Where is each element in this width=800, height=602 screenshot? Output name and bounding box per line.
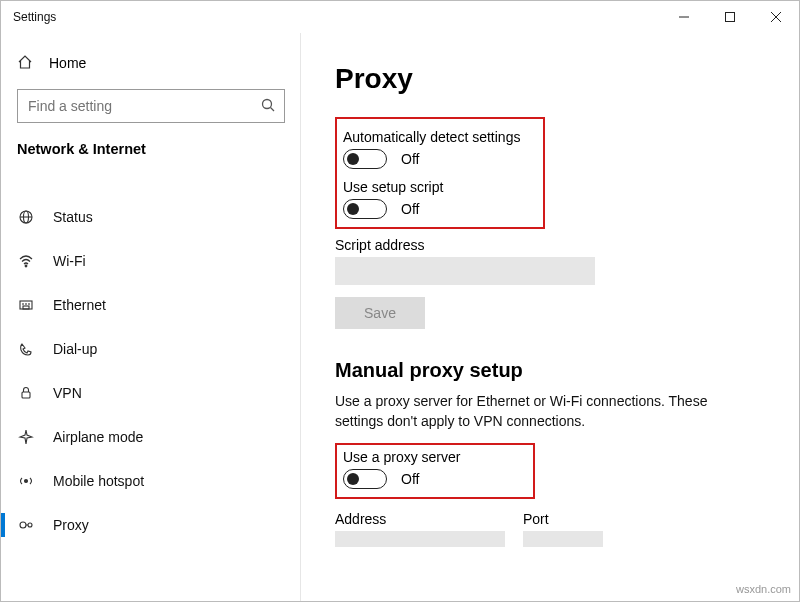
titlebar: Settings (1, 1, 799, 33)
search-icon (260, 97, 276, 116)
sidebar-item-wifi[interactable]: Wi-Fi (1, 239, 301, 283)
svg-point-4 (263, 99, 272, 108)
page-title: Proxy (335, 63, 769, 95)
svg-rect-15 (22, 392, 30, 398)
script-address-label: Script address (335, 237, 769, 253)
auto-detect-label: Automatically detect settings (343, 129, 533, 145)
search-field[interactable] (28, 98, 260, 114)
home-icon (17, 54, 33, 73)
svg-rect-11 (23, 306, 29, 309)
use-proxy-state: Off (401, 471, 419, 487)
sidebar-item-ethernet[interactable]: Ethernet (1, 283, 301, 327)
svg-point-17 (20, 522, 26, 528)
sidebar-item-vpn[interactable]: VPN (1, 371, 301, 415)
airplane-icon (17, 429, 35, 445)
sidebar-item-label: Dial-up (53, 341, 97, 357)
dialup-icon (17, 341, 35, 357)
use-script-label: Use setup script (343, 179, 533, 195)
sidebar-item-hotspot[interactable]: Mobile hotspot (1, 459, 301, 503)
sidebar-item-label: VPN (53, 385, 82, 401)
address-input[interactable] (335, 531, 505, 547)
sidebar-item-label: Airplane mode (53, 429, 143, 445)
sidebar-item-label: Ethernet (53, 297, 106, 313)
auto-detect-toggle[interactable] (343, 149, 387, 169)
script-address-input[interactable] (335, 257, 595, 285)
hotspot-icon (17, 473, 35, 489)
use-script-state: Off (401, 201, 419, 217)
address-label: Address (335, 511, 505, 527)
globe-icon (17, 209, 35, 225)
window-title: Settings (13, 10, 56, 24)
category-heading: Network & Internet (1, 131, 301, 171)
svg-line-5 (271, 107, 275, 111)
content-pane: Proxy Automatically detect settings Off … (301, 33, 799, 601)
wifi-icon (17, 253, 35, 269)
manual-description: Use a proxy server for Ethernet or Wi-Fi… (335, 392, 755, 431)
sidebar-item-status[interactable]: Status (1, 195, 301, 239)
use-script-toggle[interactable] (343, 199, 387, 219)
nav-list: Status Wi-Fi Ethernet Dial-up (1, 171, 301, 547)
home-nav[interactable]: Home (1, 43, 301, 83)
save-label: Save (364, 305, 396, 321)
use-proxy-toggle[interactable] (343, 469, 387, 489)
highlight-box-manual: Use a proxy server Off (335, 443, 535, 499)
sidebar-item-label: Mobile hotspot (53, 473, 144, 489)
svg-rect-1 (726, 13, 735, 22)
svg-point-18 (28, 523, 32, 527)
watermark: wsxdn.com (736, 583, 791, 595)
home-label: Home (49, 55, 86, 71)
proxy-icon (17, 517, 35, 533)
search-input[interactable] (17, 89, 285, 123)
manual-heading: Manual proxy setup (335, 359, 769, 382)
port-input[interactable] (523, 531, 603, 547)
sidebar-item-label: Wi-Fi (53, 253, 86, 269)
minimize-button[interactable] (661, 1, 707, 33)
sidebar-item-label: Proxy (53, 517, 89, 533)
vpn-icon (17, 385, 35, 401)
ethernet-icon (17, 297, 35, 313)
close-button[interactable] (753, 1, 799, 33)
sidebar: Home Network & Internet Status (1, 33, 301, 601)
use-proxy-label: Use a proxy server (343, 449, 523, 465)
sidebar-item-label: Status (53, 209, 93, 225)
svg-point-9 (25, 265, 27, 267)
maximize-button[interactable] (707, 1, 753, 33)
highlight-box-auto: Automatically detect settings Off Use se… (335, 117, 545, 229)
svg-point-16 (25, 480, 28, 483)
save-button[interactable]: Save (335, 297, 425, 329)
sidebar-item-proxy[interactable]: Proxy (1, 503, 301, 547)
sidebar-item-airplane[interactable]: Airplane mode (1, 415, 301, 459)
port-label: Port (523, 511, 603, 527)
auto-detect-state: Off (401, 151, 419, 167)
sidebar-item-dialup[interactable]: Dial-up (1, 327, 301, 371)
